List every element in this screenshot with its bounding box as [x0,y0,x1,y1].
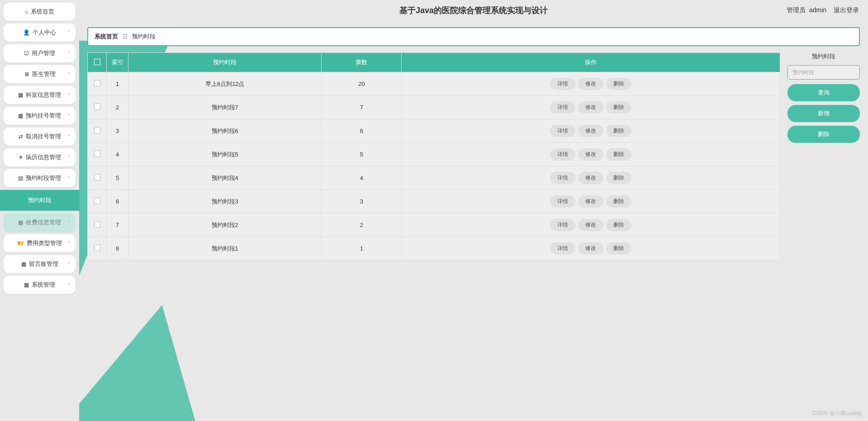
edit-button[interactable]: 修改 [578,125,603,137]
row-delete-button[interactable]: 删除 [606,148,631,161]
cell-count: 7 [322,96,402,119]
send-icon: ✈ [19,154,23,161]
sidebar-item-6[interactable]: ⇄取消挂号管理˅ [4,128,76,146]
cell-actions: 详情修改删除 [402,72,780,96]
search-input[interactable] [787,65,860,80]
edit-button[interactable]: 修改 [578,195,603,208]
sidebar-item-10[interactable]: ▦收费信息管理˅ [4,213,76,232]
table-row: 4预约时段55详情修改删除 [88,143,780,166]
row-delete-button[interactable]: 删除 [606,219,631,231]
edit-button[interactable]: 修改 [578,78,603,90]
sidebar-item-label: 个人中心 [33,28,56,37]
detail-button[interactable]: 详情 [550,101,575,114]
edit-button[interactable]: 修改 [578,219,603,231]
cell-slot: 早上8点到12点 [128,72,322,96]
edit-button[interactable]: 修改 [578,242,603,255]
sidebar-item-9[interactable]: 预约时段 [0,190,79,211]
swap-icon: ⇄ [19,133,23,140]
breadcrumb-home[interactable]: 系统首页 [95,33,118,40]
table-row: 3预约时段66详情修改删除 [88,119,780,143]
grid-icon: ▦ [18,92,23,98]
cell-count: 3 [322,190,402,213]
sidebar-item-1[interactable]: 👤个人中心˅ [4,24,76,42]
sidebar-item-4[interactable]: ▦科室信息管理˅ [4,86,76,104]
row-delete-button[interactable]: 删除 [606,78,631,90]
select-all-checkbox[interactable] [94,59,100,65]
detail-button[interactable]: 详情 [550,195,575,208]
cell-actions: 详情修改删除 [402,143,780,166]
breadcrumb-current: 预约时段 [132,33,156,40]
row-delete-button[interactable]: 删除 [606,172,631,184]
row-checkbox[interactable] [94,221,100,227]
cell-actions: 详情修改删除 [402,237,780,260]
chevron-down-icon: ˅ [68,134,70,139]
cell-index: 5 [107,166,128,190]
chevron-down-icon: ˅ [68,283,70,288]
sidebar-item-8[interactable]: ▤预约时段管理˄ [4,169,76,187]
query-button[interactable]: 查询 [787,84,860,101]
grid-icon: ▦ [21,261,26,267]
person-icon: 👤 [23,29,30,36]
table-row: 1早上8点到12点20详情修改删除 [88,72,780,96]
add-button[interactable]: 新增 [787,105,860,122]
table-row: 7预约时段22详情修改删除 [88,213,780,237]
row-checkbox[interactable] [94,151,100,157]
chevron-down-icon: ˅ [68,262,70,267]
user-name[interactable]: admin [809,6,826,14]
breadcrumb-separator-icon: ☲ [123,33,128,40]
cell-index: 8 [107,237,128,260]
sidebar-item-7[interactable]: ✈病历信息管理˅ [4,148,76,166]
watermark: CSDN @小蔡coding [812,410,862,417]
cell-actions: 详情修改删除 [402,119,780,143]
row-checkbox[interactable] [94,80,100,86]
sidebar-item-label: 费用类型管理 [27,239,62,247]
edit-button[interactable]: 修改 [578,101,603,114]
cell-slot: 预约时段3 [128,190,322,213]
sidebar-item-3[interactable]: 🖥医生管理˅ [4,65,76,83]
row-delete-button[interactable]: 删除 [606,195,631,208]
row-checkbox[interactable] [94,198,100,204]
header: 基于Java的医院综合管理系统实现与设计 管理员 admin 退出登录 [79,0,868,21]
monitor-icon: 🖥 [24,71,29,77]
sidebar-item-label: 系统管理 [32,281,55,289]
edit-button[interactable]: 修改 [578,148,603,161]
row-delete-button[interactable]: 删除 [606,242,631,255]
sidebar-item-11[interactable]: 🎫费用类型管理˅ [4,234,76,252]
row-delete-button[interactable]: 删除 [606,101,631,114]
cell-actions: 详情修改删除 [402,166,780,190]
detail-button[interactable]: 详情 [550,219,575,231]
sidebar-item-label: 医生管理 [32,70,56,78]
detail-button[interactable]: 详情 [550,172,575,184]
sidebar-item-12[interactable]: ▦留言板管理˅ [4,255,76,273]
detail-button[interactable]: 详情 [550,125,575,137]
detail-button[interactable]: 详情 [550,242,575,255]
chevron-up-icon: ˄ [68,176,70,181]
sidebar-item-label: 取消挂号管理 [26,132,61,141]
row-checkbox[interactable] [94,245,100,251]
cell-slot: 预约时段2 [128,213,322,237]
sidebar-item-0[interactable]: ⌂系统首页 [4,3,76,21]
row-checkbox[interactable] [94,104,100,110]
sidebar-item-5[interactable]: ▦预约挂号管理˅ [4,107,76,125]
table-row: 8预约时段11详情修改删除 [88,237,780,260]
cell-index: 4 [107,143,128,166]
chevron-down-icon: ˅ [68,30,70,35]
chevron-down-icon: ˅ [68,51,70,56]
edit-button[interactable]: 修改 [578,172,603,184]
detail-button[interactable]: 详情 [550,78,575,90]
table-header-4: 操作 [402,53,780,72]
logout-link[interactable]: 退出登录 [834,6,859,14]
sidebar-item-13[interactable]: ▦系统管理˅ [4,276,76,294]
main-area: 基于Java的医院综合管理系统实现与设计 管理员 admin 退出登录 系统首页… [79,0,868,421]
cell-index: 3 [107,119,128,143]
data-table: 索引预约时段票数操作 1早上8点到12点20详情修改删除2预约时段77详情修改删… [87,52,780,260]
sidebar-item-2[interactable]: ☑用户管理˅ [4,44,76,62]
row-delete-button[interactable]: 删除 [606,125,631,137]
detail-button[interactable]: 详情 [550,148,575,161]
row-checkbox[interactable] [94,174,100,180]
cell-count: 5 [322,143,402,166]
cell-actions: 详情修改删除 [402,190,780,213]
delete-button[interactable]: 删除 [787,126,860,143]
cell-index: 7 [107,213,128,237]
row-checkbox[interactable] [94,127,100,133]
